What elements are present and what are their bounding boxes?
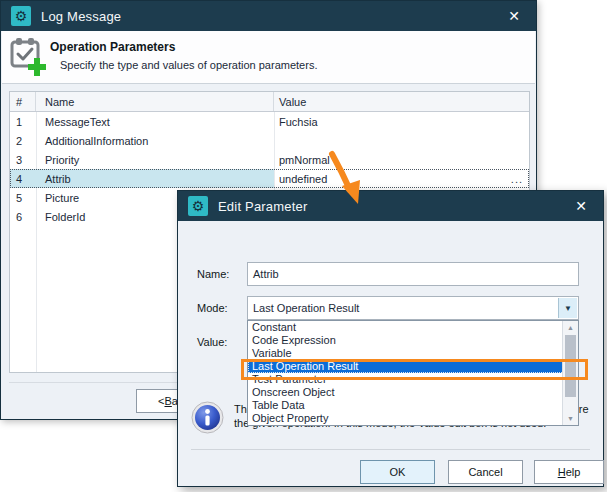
value-label: Value: xyxy=(197,336,227,348)
name-input[interactable]: Attrib xyxy=(247,262,579,286)
dropdown-item[interactable]: Object Property xyxy=(248,412,578,425)
operation-parameters-title: Operation Parameters xyxy=(50,40,175,54)
mode-dropdown-list: Constant Code Expression Variable Last O… xyxy=(247,320,579,426)
table-row[interactable]: 2 AdditionalInformation xyxy=(10,131,529,150)
dropdown-item[interactable]: Test Parameter xyxy=(248,373,578,386)
log-message-title: Log Message xyxy=(41,9,121,24)
ok-button[interactable]: OK xyxy=(360,460,435,484)
cell-name[interactable]: Priority xyxy=(36,154,274,166)
cell-num[interactable]: 1 xyxy=(10,116,36,128)
operation-parameters-header: Operation Parameters Specify the type an… xyxy=(2,31,535,84)
dropdown-item[interactable]: Table Data xyxy=(248,399,578,412)
column-header-value[interactable]: Value xyxy=(274,92,529,111)
cell-value[interactable]: Fuchsia xyxy=(274,116,529,128)
close-icon[interactable]: ✕ xyxy=(569,196,593,216)
scrollbar-thumb[interactable] xyxy=(565,335,576,397)
cell-name[interactable]: Attrib xyxy=(36,169,274,188)
cell-num[interactable]: 3 xyxy=(10,154,36,166)
chevron-down-icon[interactable]: ▼ xyxy=(558,298,577,318)
table-row-selected[interactable]: 4 Attrib undefined ... xyxy=(10,169,529,188)
dropdown-item[interactable]: Code Expression xyxy=(248,334,578,347)
column-header-num[interactable]: # xyxy=(10,92,36,111)
mode-combobox-value: Last Operation Result xyxy=(253,302,359,314)
edit-parameter-title: Edit Parameter xyxy=(218,199,308,214)
edit-parameter-titlebar[interactable]: ⚙ Edit Parameter ✕ xyxy=(178,191,603,221)
gear-app-icon: ⚙ xyxy=(11,6,31,26)
mode-combobox[interactable]: Last Operation Result ▼ xyxy=(247,296,579,320)
cell-num[interactable]: 2 xyxy=(10,135,36,147)
dropdown-item[interactable]: Constant xyxy=(248,321,578,334)
browse-ellipsis-button[interactable]: ... xyxy=(511,173,529,185)
table-row[interactable]: 3 Priority pmNormal xyxy=(10,150,529,169)
name-label: Name: xyxy=(197,268,229,280)
dropdown-item[interactable]: Onscreen Object xyxy=(248,386,578,399)
log-message-titlebar[interactable]: ⚙ Log Message ✕ xyxy=(1,1,536,31)
column-header-name[interactable]: Name xyxy=(36,92,274,111)
cell-value[interactable]: pmNormal xyxy=(274,154,529,166)
table-header-row: # Name Value xyxy=(10,92,529,112)
help-button[interactable]: Help xyxy=(534,460,604,484)
help-button-rest: elp xyxy=(566,466,581,478)
cell-num[interactable]: 4 xyxy=(10,169,36,188)
dropdown-item[interactable]: Variable xyxy=(248,347,578,360)
cell-name[interactable]: MessageText xyxy=(36,116,274,128)
calendar-check-plus-icon xyxy=(9,35,47,83)
cell-name[interactable]: AdditionalInformation xyxy=(36,135,274,147)
table-row[interactable]: 1 MessageText Fuchsia xyxy=(10,112,529,131)
cell-value[interactable]: undefined ... xyxy=(274,173,529,185)
edit-parameter-dialog: ⚙ Edit Parameter ✕ Name: Attrib Mode: La… xyxy=(177,190,604,487)
cell-num[interactable]: 5 xyxy=(10,192,36,204)
help-button-accel: H xyxy=(558,466,566,478)
buttons-divider xyxy=(191,449,590,450)
back-button-accel: B xyxy=(164,395,171,407)
operation-parameters-subtitle: Specify the type and values of operation… xyxy=(60,59,317,71)
mode-label: Mode: xyxy=(197,302,228,314)
gear-app-icon: ⚙ xyxy=(188,196,208,216)
dropdown-item-selected[interactable]: Last Operation Result xyxy=(248,360,578,373)
scroll-down-icon[interactable]: ▼ xyxy=(563,412,578,425)
dropdown-scrollbar[interactable]: ▲ ▼ xyxy=(562,321,578,425)
cell-num[interactable]: 6 xyxy=(10,211,36,223)
info-icon xyxy=(191,401,224,438)
scroll-up-icon[interactable]: ▲ xyxy=(563,321,578,334)
cancel-button[interactable]: Cancel xyxy=(448,460,523,484)
close-icon[interactable]: ✕ xyxy=(502,6,526,26)
cell-value-text: undefined xyxy=(279,173,327,185)
